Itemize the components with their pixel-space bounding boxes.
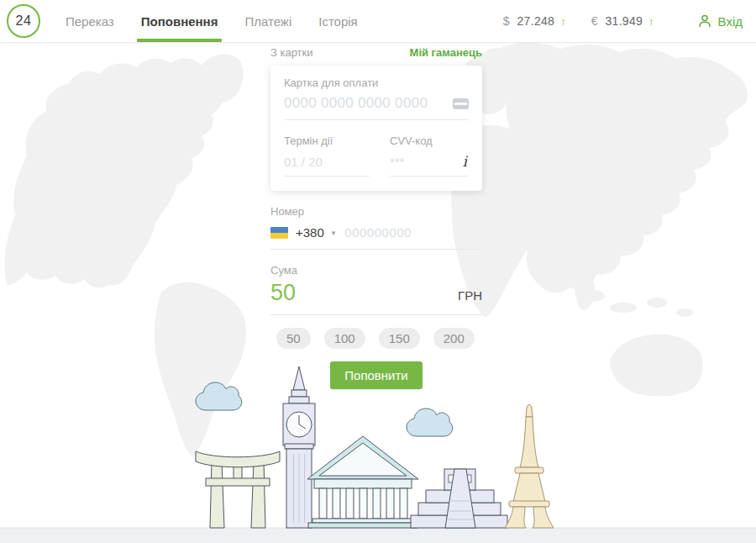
card-number-input[interactable] (284, 95, 453, 112)
login-button[interactable]: Вхід (698, 14, 743, 29)
eiffel-tower-illustration (505, 405, 554, 529)
usd-symbol: $ (503, 14, 510, 28)
nav-item-label: Платежі (244, 14, 291, 29)
phone-number-input[interactable] (344, 225, 482, 240)
expiry-label: Термін дії (284, 134, 370, 147)
ground-band (0, 528, 756, 543)
nav-item-istoriya[interactable]: Історія (305, 0, 371, 42)
torii-gate-illustration (196, 451, 280, 528)
login-label: Вхід (718, 14, 743, 29)
usd-value: 27.248 (517, 14, 555, 28)
form-header: З картки Мій гаманець (270, 46, 482, 59)
amount-row: ГРН (270, 277, 482, 315)
usd-rate: $ 27.248 ↑ (503, 14, 566, 28)
chevron-down-icon: ▾ (332, 229, 336, 237)
nav-item-label: Історія (318, 14, 358, 29)
eur-value: 31.949 (605, 14, 643, 28)
cvv-field: CVV-код i (390, 134, 469, 177)
info-icon[interactable]: i (461, 155, 469, 169)
expiry-input[interactable] (284, 155, 370, 169)
parthenon-illustration (307, 436, 418, 528)
card-number-label: Картка для оплати (284, 76, 469, 89)
nav-item-label: Поповнення (141, 14, 218, 29)
topup-page: 24 Переказ Поповнення Платежі Історія $ … (0, 0, 756, 543)
quick-amounts: 50 100 150 200 (276, 328, 482, 349)
person-icon (698, 14, 711, 28)
cloud-icon (407, 409, 453, 436)
nav-item-label: Переказ (66, 14, 114, 29)
phone-row: +380 ▾ (270, 218, 482, 250)
quick-amount-50[interactable]: 50 (276, 328, 311, 349)
quick-amount-150[interactable]: 150 (379, 328, 420, 349)
cvv-input[interactable] (390, 155, 461, 169)
quick-amount-100[interactable]: 100 (324, 328, 365, 349)
amount-input[interactable] (270, 280, 458, 306)
mayan-pyramid-illustration (411, 469, 507, 528)
big-ben-illustration (283, 366, 315, 528)
source-label: З картки (270, 46, 313, 59)
quick-amount-200[interactable]: 200 (433, 328, 475, 349)
bank-logo[interactable]: 24 (7, 4, 40, 38)
eur-rate: € 31.949 ↑ (591, 14, 654, 28)
expiry-field: Термін дії (284, 134, 370, 177)
credit-card-icon (453, 98, 469, 109)
trend-up-icon: ↑ (648, 15, 654, 28)
trend-up-icon: ↑ (560, 15, 566, 28)
main-nav: Переказ Поповнення Платежі Історія (52, 0, 371, 42)
topup-form: З картки Мій гаманець Картка для оплати … (270, 46, 482, 389)
expiry-cvv-row: Термін дії CVV-код i (284, 134, 469, 177)
top-navbar: 24 Переказ Поповнення Платежі Історія $ … (0, 0, 756, 43)
nav-item-popovnennya[interactable]: Поповнення (128, 0, 232, 42)
eur-symbol: € (591, 14, 598, 28)
ukraine-flag-icon (270, 227, 288, 239)
cloud-icon (196, 382, 242, 410)
nav-item-perekaz[interactable]: Переказ (52, 0, 128, 42)
logo-text: 24 (16, 13, 32, 29)
amount-section: Сума ГРН 50 100 150 200 Поповнити (270, 264, 482, 389)
currency-label: ГРН (458, 288, 482, 303)
card-number-row (284, 89, 469, 120)
country-code-select[interactable]: +380 ▾ (270, 225, 344, 240)
active-tab-underline (137, 39, 223, 42)
cvv-label: CVV-код (390, 134, 469, 147)
my-wallet-link[interactable]: Мій гаманець (410, 46, 482, 59)
country-code: +380 (296, 225, 324, 240)
amount-label: Сума (270, 264, 482, 277)
phone-label: Номер (270, 205, 482, 218)
card-details-panel: Картка для оплати Термін дії CVV-код i (270, 66, 482, 191)
topup-submit-button[interactable]: Поповнити (330, 361, 422, 389)
phone-section: Номер +380 ▾ (270, 205, 482, 250)
nav-item-platezhi[interactable]: Платежі (231, 0, 305, 42)
currency-rates: $ 27.248 ↑ € 31.949 ↑ (503, 14, 654, 28)
